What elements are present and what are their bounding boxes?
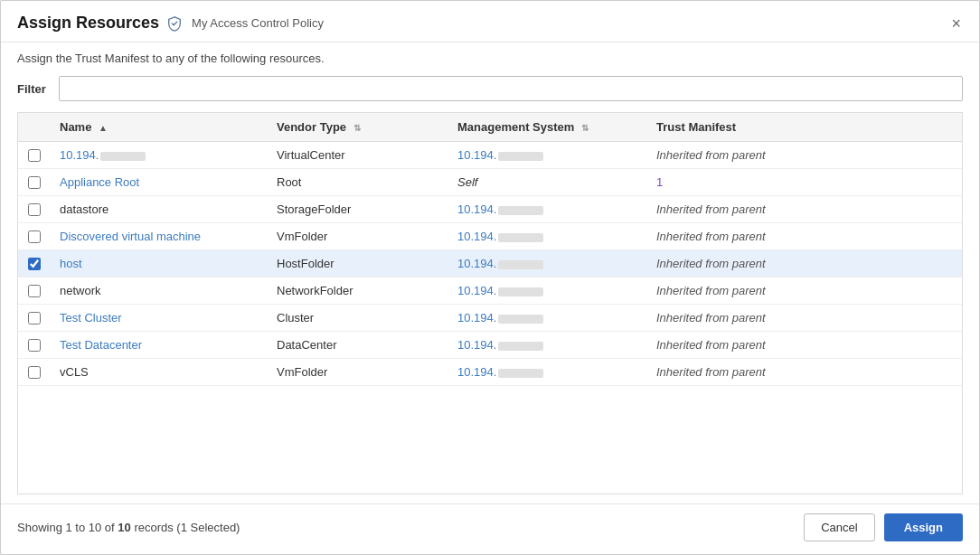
- cancel-button[interactable]: Cancel: [804, 513, 874, 541]
- row-mgmt-link[interactable]: 10.194.: [457, 230, 543, 243]
- dialog-subtitle: Assign the Trust Manifest to any of the …: [1, 42, 979, 72]
- status-text-pre: Showing 1 to 10 of: [17, 521, 118, 534]
- header-vendor[interactable]: Vendor Type ⇅: [268, 113, 448, 142]
- row-checkbox-cell: [18, 278, 51, 305]
- table-row: Discovered virtual machineVmFolder10.194…: [18, 223, 962, 250]
- row-checkbox-cell: [18, 142, 51, 169]
- row-checkbox[interactable]: [28, 366, 41, 379]
- table-row: networkNetworkFolder10.194.Inherited fro…: [18, 278, 962, 305]
- row-mgmt-link[interactable]: 10.194.: [457, 338, 543, 352]
- dialog-title: Assign Resources: [17, 14, 159, 33]
- row-mgmt-link[interactable]: 10.194.: [457, 365, 543, 379]
- row-checkbox[interactable]: [28, 203, 41, 216]
- row-checkbox[interactable]: [28, 230, 41, 243]
- row-mgmt-link[interactable]: 10.194.: [457, 284, 543, 297]
- row-checkbox-cell: [18, 196, 51, 223]
- row-checkbox-cell: [18, 359, 51, 386]
- row-trust: Inherited from parent: [647, 250, 962, 278]
- header-trust: Trust Manifest: [647, 113, 962, 142]
- policy-name: My Access Control Policy: [192, 16, 324, 30]
- table-row: Appliance RootRootSelf1: [18, 169, 962, 196]
- masked-value: [498, 233, 543, 242]
- resources-table-container: Name ▲ Vendor Type ⇅ Management System ⇅: [17, 112, 963, 494]
- row-name-link[interactable]: Test Cluster: [60, 311, 122, 325]
- assign-resources-dialog: Assign Resources My Access Control Polic…: [0, 0, 980, 555]
- header-mgmt[interactable]: Management System ⇅: [448, 113, 647, 142]
- mgmt-sort-icon: ⇅: [581, 123, 589, 133]
- row-checkbox[interactable]: [28, 176, 41, 189]
- table-row: Test ClusterCluster10.194.Inherited from…: [18, 305, 962, 332]
- row-name: network: [51, 278, 268, 305]
- row-vendor: StorageFolder: [268, 196, 448, 223]
- row-checkbox-cell: [18, 223, 51, 250]
- row-checkbox[interactable]: [28, 149, 41, 162]
- row-trust: Inherited from parent: [647, 142, 962, 169]
- footer-buttons: Cancel Assign: [804, 513, 963, 541]
- filter-input[interactable]: [59, 76, 963, 101]
- row-mgmt: 10.194.: [448, 196, 647, 223]
- row-mgmt: 10.194.: [448, 223, 647, 250]
- row-mgmt: 10.194.: [448, 332, 647, 359]
- masked-value: [498, 369, 543, 378]
- row-checkbox-cell: [18, 250, 51, 278]
- table-row: 10.194.VirtualCenter10.194.Inherited fro…: [18, 142, 962, 169]
- row-mgmt-link[interactable]: 10.194.: [457, 148, 543, 162]
- assign-button[interactable]: Assign: [884, 513, 963, 541]
- row-name: Test Cluster: [51, 305, 268, 332]
- row-checkbox[interactable]: [28, 258, 41, 270]
- row-vendor: Cluster: [268, 305, 448, 332]
- row-name-link[interactable]: 10.194.: [60, 148, 146, 162]
- row-trust-link[interactable]: 1: [656, 175, 663, 189]
- table-row: datastoreStorageFolder10.194.Inherited f…: [18, 196, 962, 223]
- header-name[interactable]: Name ▲: [51, 113, 268, 142]
- row-name-link[interactable]: Discovered virtual machine: [60, 230, 201, 243]
- masked-value: [498, 342, 543, 351]
- row-name: Test Datacenter: [51, 332, 268, 359]
- table-row: Test DatacenterDataCenter10.194.Inherite…: [18, 332, 962, 359]
- row-name-link[interactable]: Test Datacenter: [60, 338, 142, 352]
- row-name-link[interactable]: Appliance Root: [60, 175, 139, 189]
- row-mgmt-link[interactable]: 10.194.: [457, 311, 543, 325]
- row-trust: 1: [647, 169, 962, 196]
- table-row: hostHostFolder10.194.Inherited from pare…: [18, 250, 962, 278]
- row-name-link[interactable]: host: [60, 257, 82, 270]
- row-name: host: [51, 250, 268, 278]
- row-mgmt: 10.194.: [448, 305, 647, 332]
- row-vendor: Root: [268, 169, 448, 196]
- masked-value: [498, 152, 543, 161]
- row-mgmt: 10.194.: [448, 250, 647, 278]
- row-trust: Inherited from parent: [647, 196, 962, 223]
- table-body: 10.194.VirtualCenter10.194.Inherited fro…: [18, 142, 962, 386]
- masked-value: [498, 315, 543, 324]
- row-mgmt: 10.194.: [448, 278, 647, 305]
- close-button[interactable]: ×: [946, 14, 966, 33]
- table-scroll[interactable]: Name ▲ Vendor Type ⇅ Management System ⇅: [18, 113, 962, 494]
- filter-row: Filter: [1, 72, 979, 112]
- masked-value: [498, 206, 543, 215]
- row-checkbox[interactable]: [28, 339, 41, 352]
- shield-icon: [166, 15, 183, 32]
- name-sort-icon: ▲: [99, 123, 108, 133]
- resources-table: Name ▲ Vendor Type ⇅ Management System ⇅: [18, 113, 962, 386]
- row-name: Appliance Root: [51, 169, 268, 196]
- row-name: 10.194.: [51, 142, 268, 169]
- table-row: vCLSVmFolder10.194.Inherited from parent: [18, 359, 962, 386]
- row-name: Discovered virtual machine: [51, 223, 268, 250]
- vendor-sort-icon: ⇅: [353, 123, 361, 133]
- row-mgmt-link[interactable]: 10.194.: [457, 257, 543, 270]
- row-vendor: VmFolder: [268, 223, 448, 250]
- masked-value: [100, 152, 146, 161]
- row-mgmt-link[interactable]: 10.194.: [457, 202, 543, 216]
- row-vendor: VmFolder: [268, 359, 448, 386]
- dialog-header: Assign Resources My Access Control Polic…: [1, 1, 979, 42]
- row-name: vCLS: [51, 359, 268, 386]
- row-name: datastore: [51, 196, 268, 223]
- header-checkbox-col: [18, 113, 51, 142]
- row-mgmt: Self: [448, 169, 647, 196]
- status-text-post: records (1 Selected): [131, 521, 240, 534]
- row-checkbox[interactable]: [28, 285, 41, 297]
- row-checkbox-cell: [18, 332, 51, 359]
- row-trust: Inherited from parent: [647, 278, 962, 305]
- row-checkbox-cell: [18, 169, 51, 196]
- row-checkbox[interactable]: [28, 312, 41, 325]
